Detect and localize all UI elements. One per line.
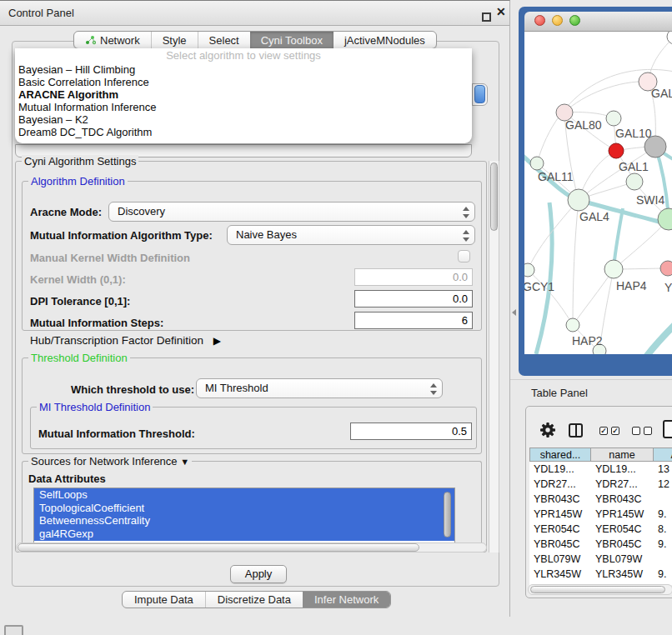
list-item[interactable]: TopologicalCoefficient (34, 502, 454, 515)
cell[interactable]: YER054C (529, 522, 591, 537)
cell[interactable]: YBR045C (591, 537, 654, 552)
table-row[interactable]: YBR045C YBR045C 9. (529, 537, 672, 552)
network-node[interactable] (658, 208, 672, 230)
cell[interactable]: 9. (654, 537, 672, 552)
minimize-traffic-light[interactable] (552, 15, 563, 26)
network-node-selected-red[interactable] (609, 143, 624, 158)
table-row[interactable]: YDR27... YDR27... 12 (529, 477, 672, 492)
network-node[interactable] (530, 157, 544, 170)
list-scrollbar-thumb[interactable] (444, 492, 451, 538)
network-node-hap4[interactable] (604, 260, 623, 278)
scrollbar-thumb[interactable] (490, 162, 498, 231)
cell[interactable]: YPR145W (529, 507, 591, 522)
cell[interactable]: YBR043C (529, 492, 591, 507)
table-row[interactable]: YBR043C YBR043C (529, 492, 672, 507)
tab-discretize-data[interactable]: Discretize Data (205, 592, 303, 608)
network-node-gal1[interactable] (626, 173, 643, 190)
list-item[interactable]: SelfLoops (34, 488, 454, 502)
settings-horizontal-scrollbar[interactable] (16, 542, 487, 552)
tab-impute-data[interactable]: Impute Data (123, 592, 205, 608)
network-node-hap2[interactable] (566, 318, 579, 332)
cell[interactable]: YBR043C (591, 492, 654, 507)
tab-cyni-toolbox[interactable]: Cyni Toolbox (250, 32, 333, 48)
table-row[interactable]: YER054C YER054C 8. (529, 522, 672, 537)
network-window-titlebar[interactable] (524, 12, 672, 32)
dpi-tolerance-field[interactable] (354, 290, 473, 308)
cell[interactable]: 8. (654, 522, 672, 537)
close-traffic-light[interactable] (534, 15, 545, 26)
cell[interactable] (654, 552, 672, 567)
cell[interactable]: 9. (654, 507, 672, 522)
table-row[interactable]: YLR345W YLR345W 9. (529, 567, 672, 582)
cell[interactable]: YDR27... (529, 477, 591, 492)
settings-vertical-scrollbar[interactable] (489, 161, 499, 552)
tab-network[interactable]: Network (74, 32, 151, 48)
dropdown-item[interactable]: Dream8 DC_TDC Algorithm (15, 126, 472, 138)
mi-steps-field[interactable] (354, 312, 473, 329)
tab-infer-network[interactable]: Infer Network (303, 592, 390, 608)
column-header[interactable]: shared... (529, 448, 591, 462)
scrollbar-thumb[interactable] (530, 586, 665, 593)
network-node[interactable] (660, 261, 672, 276)
network-node-gal4[interactable] (568, 189, 589, 211)
cell[interactable]: YLR345W (591, 567, 654, 582)
kernel-width-field[interactable] (354, 268, 473, 286)
combobox-arrows-icon (430, 382, 437, 396)
table-row[interactable]: YDL19... YDL19... 13 (529, 462, 672, 477)
splitter-collapse-arrow[interactable] (512, 309, 516, 316)
minimized-panel-icon[interactable] (4, 625, 23, 635)
zoom-traffic-light[interactable] (569, 15, 580, 26)
cell[interactable]: YBL079W (529, 552, 591, 567)
data-attributes-listbox[interactable]: SelfLoops TopologicalCoefficient Between… (33, 488, 455, 543)
gear-icon[interactable] (540, 422, 555, 438)
cell[interactable] (654, 492, 672, 507)
cell[interactable]: YDL19... (529, 462, 591, 477)
split-view-icon[interactable] (569, 423, 583, 438)
select-all-columns-icon[interactable]: ✓ ✓ (599, 427, 619, 435)
cell[interactable]: 9. (654, 567, 672, 582)
network-canvas[interactable]: GAL GAL80 GAL10 GAL1 GAL11 GAL4 SWI4 GCY… (524, 32, 672, 354)
new-column-icon[interactable] (663, 420, 672, 438)
column-header[interactable]: A... (654, 448, 672, 462)
dropdown-item-selected[interactable]: ARACNE Algorithm (15, 88, 472, 101)
table-row[interactable]: YBL079W YBL079W (529, 552, 672, 567)
network-node[interactable] (667, 32, 672, 44)
deselect-all-columns-icon[interactable] (632, 427, 652, 435)
network-node-gcy1[interactable] (524, 263, 534, 277)
table-horizontal-scrollbar[interactable] (528, 584, 672, 595)
close-icon[interactable]: ✕ (496, 5, 506, 18)
tab-jactivemnodules[interactable]: jActiveMNodules (333, 32, 436, 48)
which-threshold-combobox[interactable]: MI Threshold (196, 378, 443, 398)
tab-select[interactable]: Select (198, 32, 250, 48)
dropdown-item[interactable]: Bayesian – K2 (15, 113, 472, 126)
cell[interactable]: YBL079W (591, 552, 654, 567)
cell[interactable]: YBR045C (529, 537, 591, 552)
table-row[interactable]: YPR145W YPR145W 9. (529, 507, 672, 522)
aracne-mode-combobox[interactable]: Discovery (108, 202, 475, 222)
scrollbar-thumb[interactable] (18, 543, 419, 552)
cell[interactable]: 12 (654, 477, 672, 492)
manual-kernel-width-checkbox[interactable] (458, 250, 470, 262)
cell[interactable]: YDR27... (591, 477, 654, 492)
cell[interactable]: YPR145W (591, 507, 654, 522)
dropdown-item[interactable]: Basic Correlation Inference (15, 76, 472, 88)
hub-transcription-factor-section[interactable]: Hub/Transcription Factor Definition ▶ (30, 334, 221, 347)
dropdown-item[interactable]: Bayesian – Hill Climbing (15, 63, 472, 76)
mi-algorithm-type-combobox[interactable]: Naive Bayes (227, 225, 475, 245)
cell[interactable]: YDL19... (591, 462, 654, 477)
cell[interactable]: YLR345W (529, 567, 591, 582)
column-header[interactable]: name (591, 448, 654, 462)
network-node-gal10[interactable] (606, 111, 621, 126)
mi-threshold-field[interactable] (350, 422, 472, 440)
list-item[interactable]: BetweennessCentrality (34, 514, 454, 528)
network-view-window[interactable]: GAL GAL80 GAL10 GAL1 GAL11 GAL4 SWI4 GCY… (519, 7, 672, 376)
cell[interactable]: 13 (654, 462, 672, 477)
dropdown-item[interactable]: Mutual Information Inference (15, 101, 472, 113)
disclosure-open-icon[interactable]: ▼ (180, 457, 189, 467)
apply-button[interactable]: Apply (230, 565, 287, 583)
cell[interactable]: YER054C (591, 522, 654, 537)
tab-style[interactable]: Style (151, 32, 198, 48)
float-window-icon[interactable] (482, 12, 491, 22)
list-item[interactable]: gal4RGexp (34, 528, 454, 541)
disclosure-closed-icon[interactable]: ▶ (213, 335, 221, 347)
